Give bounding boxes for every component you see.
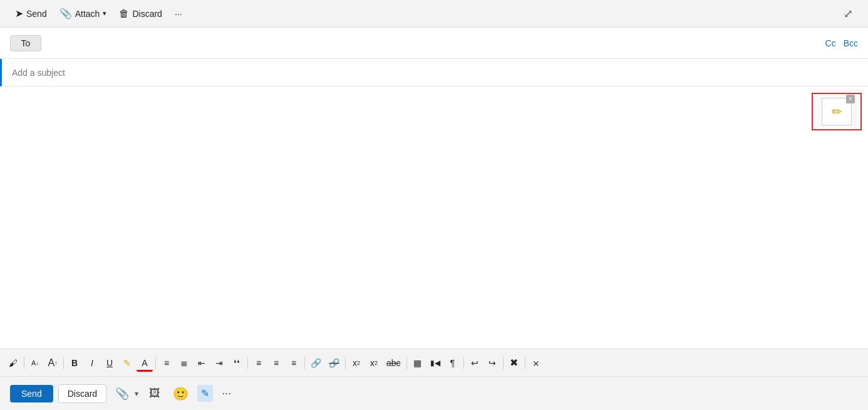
to-row: To Cc Bcc	[0, 28, 868, 59]
sep2	[63, 357, 64, 369]
insert-link-btn[interactable]: 🔗	[307, 354, 324, 372]
discard-label-top: Discard	[132, 9, 162, 19]
send-icon: ➤	[15, 8, 23, 19]
to-input[interactable]	[46, 38, 858, 48]
discard-icon-top: 🗑	[119, 8, 129, 19]
undo-btn[interactable]: ↩	[467, 354, 483, 372]
sep6	[345, 357, 346, 369]
sep8	[463, 357, 464, 369]
bottom-bar: Send Discard 📎 ▾ 🖼 🙂 ✎ ···	[0, 376, 868, 410]
compose-area: To Cc Bcc ✏ × 🖌 A↓ A↑ B I U ✎ A ≡	[0, 28, 868, 376]
send-button-top[interactable]: ➤ Send	[10, 4, 52, 23]
attach-chevron-bottom[interactable]: ▾	[133, 387, 140, 401]
signature-inner: ✏ ×	[822, 98, 852, 125]
to-button[interactable]: To	[10, 35, 41, 51]
emoji-button[interactable]: 🙂	[169, 384, 192, 404]
format-painter-btn[interactable]: 🖌	[5, 354, 21, 372]
remove-link-btn[interactable]: 🔗	[326, 354, 343, 372]
justify-btn[interactable]: ≡	[268, 354, 284, 372]
font-size-increase-btn[interactable]: A↑	[44, 354, 61, 372]
align-right-btn[interactable]: ≡	[286, 354, 302, 372]
attach-chevron-icon: ▾	[103, 9, 106, 18]
discard-button-top[interactable]: 🗑 Discard	[114, 5, 167, 23]
pop-out-button[interactable]: ⤢	[839, 4, 858, 24]
cc-bcc-buttons: Cc Bcc	[825, 38, 858, 48]
decrease-indent-btn[interactable]: ⇤	[194, 354, 210, 372]
format-toolbar: 🖌 A↓ A↑ B I U ✎ A ≡ ≣ ⇤ ⇥ ❛❛ ≡ ≡ ≡ 🔗 🔗 x…	[0, 349, 868, 376]
superscript-btn[interactable]: x2	[348, 354, 364, 372]
attach-label-top: Attach	[75, 9, 100, 19]
more-button-top[interactable]: ···	[170, 6, 187, 22]
attach-group: 📎 ▾	[111, 384, 140, 403]
attach-button-top[interactable]: 📎 Attach ▾	[54, 4, 112, 23]
clear-format-btn[interactable]: ✖	[506, 354, 522, 372]
align-center-btn[interactable]: ≡	[251, 354, 267, 372]
blockquote-btn[interactable]: ❛❛	[229, 354, 245, 372]
top-toolbar: ➤ Send 📎 Attach ▾ 🗑 Discard ··· ⤢	[0, 0, 868, 28]
sep5	[304, 357, 305, 369]
signature-widget: ✏ ×	[812, 93, 862, 130]
subject-row	[0, 59, 868, 87]
editor-tools-btn[interactable]: ✎	[197, 385, 213, 402]
underline-btn[interactable]: U	[101, 354, 118, 372]
insert-table-btn[interactable]: ⨯	[528, 354, 544, 372]
font-size-decrease-btn[interactable]: A↓	[27, 354, 43, 372]
align-left-btn[interactable]: ≡	[158, 354, 175, 372]
insert-image-btn[interactable]: 🖼	[145, 384, 164, 402]
sep1	[24, 357, 24, 369]
top-toolbar-left: ➤ Send 📎 Attach ▾ 🗑 Discard ···	[10, 4, 187, 23]
signature-icon: ✏	[832, 104, 842, 119]
body-input[interactable]	[0, 87, 868, 349]
bcc-button[interactable]: Bcc	[844, 38, 858, 48]
sep10	[525, 357, 525, 369]
italic-btn[interactable]: I	[84, 354, 100, 372]
subscript-btn[interactable]: x2	[366, 354, 382, 372]
body-area: ✏ ×	[0, 87, 868, 349]
more-label-top: ···	[175, 9, 182, 19]
attach-button-bottom[interactable]: 📎	[111, 384, 133, 403]
discard-button-bottom[interactable]: Discard	[58, 384, 106, 403]
bullets-btn[interactable]: ≣	[176, 354, 192, 372]
redo-btn[interactable]: ↪	[484, 354, 500, 372]
increase-indent-btn[interactable]: ⇥	[211, 354, 227, 372]
sep7	[406, 357, 407, 369]
more-options-btn-bottom[interactable]: ···	[218, 384, 235, 402]
send-label-top: Send	[26, 9, 47, 19]
subject-input[interactable]	[12, 68, 858, 78]
sep4	[247, 357, 248, 369]
sep3	[155, 357, 156, 369]
pop-out-icon: ⤢	[844, 8, 853, 20]
send-button-bottom[interactable]: Send	[10, 385, 53, 402]
cc-button[interactable]: Cc	[825, 38, 836, 48]
sep9	[503, 357, 504, 369]
highlight-btn[interactable]: ✎	[119, 354, 135, 372]
strikethrough-btn[interactable]: abc	[383, 354, 404, 372]
attach-icon-top: 📎	[59, 8, 72, 19]
show-source-btn[interactable]: ▮◀	[427, 354, 443, 372]
insert-image2-btn[interactable]: ▦	[410, 354, 426, 372]
bold-btn[interactable]: B	[66, 354, 83, 372]
paragraph-btn[interactable]: ¶	[445, 354, 461, 372]
font-color-btn[interactable]: A	[137, 354, 153, 372]
signature-close-button[interactable]: ×	[846, 95, 855, 103]
